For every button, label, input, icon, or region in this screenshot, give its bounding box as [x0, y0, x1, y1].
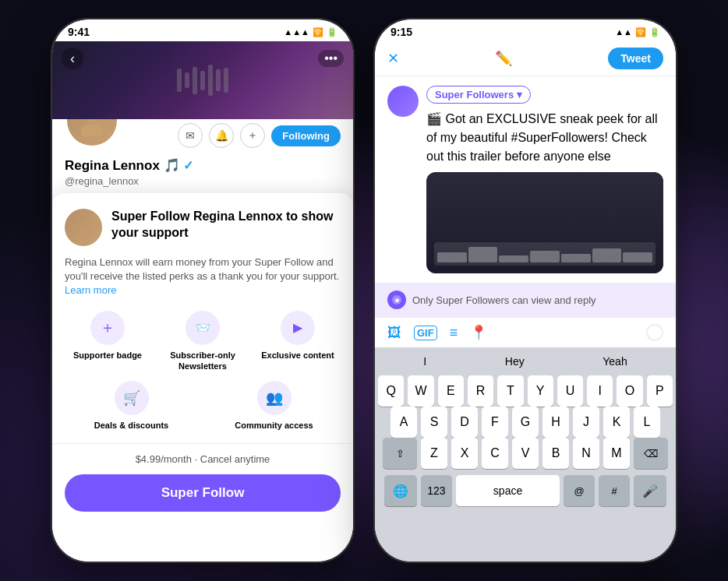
- profile-name: Regina Lennox 🎵 ✓: [65, 157, 341, 174]
- modal-title: Super Follow Regina Lennox to show your …: [111, 209, 341, 241]
- key-v[interactable]: V: [512, 438, 539, 469]
- tweet-button[interactable]: Tweet: [608, 48, 663, 69]
- key-c[interactable]: C: [482, 438, 508, 469]
- add-button[interactable]: ＋: [240, 123, 265, 148]
- key-123[interactable]: 123: [421, 475, 452, 506]
- key-u[interactable]: U: [557, 375, 583, 407]
- phones-container: 9:41 ▲▲▲ 🛜 🔋: [51, 18, 677, 563]
- key-q[interactable]: Q: [378, 375, 404, 407]
- status-bar-left: 9:41 ▲▲▲ 🛜 🔋: [52, 19, 353, 41]
- key-t[interactable]: T: [497, 375, 523, 407]
- following-button[interactable]: Following: [271, 125, 341, 146]
- signal-icon-right: ▲▲: [615, 27, 632, 37]
- list-toolbar-icon[interactable]: ≡: [450, 325, 458, 341]
- globe-key[interactable]: 🌐: [384, 475, 417, 506]
- key-z[interactable]: Z: [421, 438, 447, 469]
- key-a[interactable]: A: [391, 407, 417, 438]
- key-s[interactable]: S: [421, 407, 447, 438]
- location-toolbar-icon[interactable]: 📍: [470, 324, 487, 341]
- key-o[interactable]: O: [617, 375, 642, 407]
- supporter-badge-icon: ＋: [90, 311, 125, 345]
- profile-handle: @regina_lennox: [65, 175, 341, 187]
- gif-toolbar-icon[interactable]: GIF: [414, 326, 437, 340]
- phone-left: 9:41 ▲▲▲ 🛜 🔋: [51, 18, 355, 563]
- key-p[interactable]: P: [647, 375, 673, 407]
- back-button[interactable]: ‹: [62, 48, 83, 69]
- notification-button[interactable]: 🔔: [209, 123, 234, 148]
- nav-bar: ‹ •••: [52, 41, 353, 76]
- key-y[interactable]: Y: [528, 375, 553, 407]
- key-b[interactable]: B: [542, 438, 569, 469]
- key-e[interactable]: E: [438, 375, 464, 407]
- tweet-nav: ✕ ✏️ Tweet: [375, 41, 676, 76]
- suggestion-hey[interactable]: Hey: [499, 354, 531, 369]
- modal-header: Super Follow Regina Lennox to show your …: [65, 209, 341, 246]
- key-w[interactable]: W: [408, 375, 433, 407]
- key-x[interactable]: X: [451, 438, 478, 469]
- status-icons-left: ▲▲▲ 🛜 🔋: [284, 27, 337, 37]
- keyboard-row-3: ⇧ Z X C V B N M ⌫: [378, 438, 673, 469]
- compose-avatar: [387, 86, 419, 117]
- shift-key[interactable]: ⇧: [383, 438, 417, 469]
- key-hash[interactable]: #: [599, 475, 630, 506]
- key-f[interactable]: F: [482, 407, 508, 438]
- key-i[interactable]: I: [587, 375, 613, 407]
- community-label: Community access: [235, 420, 313, 431]
- battery-icon-right: 🔋: [649, 27, 660, 37]
- newsletters-icon: 📨: [186, 311, 220, 345]
- super-followers-notice: ★ Only Super Followers can view and repl…: [375, 283, 676, 317]
- key-at[interactable]: @: [564, 475, 595, 506]
- battery-icon-left: 🔋: [327, 27, 337, 37]
- key-h[interactable]: H: [542, 407, 569, 438]
- key-l[interactable]: L: [634, 407, 660, 438]
- suggestion-i[interactable]: I: [417, 354, 433, 369]
- key-d[interactable]: D: [451, 407, 478, 438]
- key-r[interactable]: R: [468, 375, 493, 407]
- keyboard[interactable]: I Hey Yeah Q W E R T Y U I O P: [375, 347, 676, 562]
- compose-pencil-icon: ✏️: [495, 50, 512, 67]
- key-j[interactable]: J: [573, 407, 599, 438]
- more-button[interactable]: •••: [318, 50, 344, 67]
- verified-badge: ✓: [183, 158, 193, 173]
- community-icon: 👥: [257, 381, 292, 415]
- super-followers-notice-icon: ★: [387, 290, 406, 309]
- delete-key[interactable]: ⌫: [634, 438, 668, 469]
- mail-button[interactable]: ✉: [178, 123, 203, 148]
- phone-right: 9:15 ▲▲ 🛜 🔋 ✕ ✏️ Tweet S: [373, 18, 677, 563]
- key-g[interactable]: G: [512, 407, 539, 438]
- suggestion-yeah[interactable]: Yeah: [596, 354, 633, 369]
- perk-exclusive: ▶ Exclusive content: [255, 311, 341, 372]
- super-followers-notice-text: Only Super Followers can view and reply: [412, 294, 596, 306]
- audience-selector[interactable]: Super Followers ▾: [426, 86, 531, 104]
- perk-community: 👥 Community access: [207, 381, 341, 431]
- newsletters-label: Subscriber-only Newsletters: [160, 350, 246, 372]
- compose-media-preview: ▶: [426, 172, 663, 273]
- signal-icon-left: ▲▲▲: [284, 27, 309, 37]
- exclusive-label: Exclusive content: [261, 350, 334, 361]
- wifi-icon-right: 🛜: [635, 27, 646, 37]
- perk-newsletters: 📨 Subscriber-only Newsletters: [160, 311, 246, 372]
- key-m[interactable]: M: [603, 438, 630, 469]
- profile-info: Regina Lennox 🎵 ✓ @regina_lennox: [52, 154, 353, 193]
- key-space[interactable]: space: [456, 475, 560, 506]
- char-indicator: [646, 324, 663, 341]
- super-follow-button[interactable]: Super Follow: [65, 474, 341, 512]
- learn-more-link[interactable]: Learn more: [65, 284, 116, 296]
- chevron-down-icon: ▾: [517, 89, 522, 100]
- compose-row: Super Followers ▾ 🎬 Got an EXCLUSIVE sne…: [387, 86, 663, 273]
- mic-key[interactable]: 🎤: [634, 475, 666, 506]
- key-k[interactable]: K: [603, 407, 630, 438]
- compose-content: Super Followers ▾ 🎬 Got an EXCLUSIVE sne…: [426, 86, 663, 273]
- keyboard-row-4: 🌐 123 space @ # 🎤: [378, 469, 673, 509]
- key-n[interactable]: N: [573, 438, 599, 469]
- compose-text[interactable]: 🎬 Got an EXCLUSIVE sneak peek for all of…: [426, 110, 663, 166]
- modal-divider: [52, 443, 353, 444]
- close-button[interactable]: ✕: [387, 50, 399, 67]
- svg-text:★: ★: [394, 296, 401, 305]
- wifi-icon-left: 🛜: [313, 27, 323, 37]
- exclusive-icon: ▶: [281, 311, 315, 345]
- keyboard-suggestions: I Hey Yeah: [378, 354, 673, 375]
- image-toolbar-icon[interactable]: 🖼: [387, 325, 401, 341]
- svg-point-1: [81, 124, 103, 136]
- status-bar-right: 9:15 ▲▲ 🛜 🔋: [375, 19, 676, 41]
